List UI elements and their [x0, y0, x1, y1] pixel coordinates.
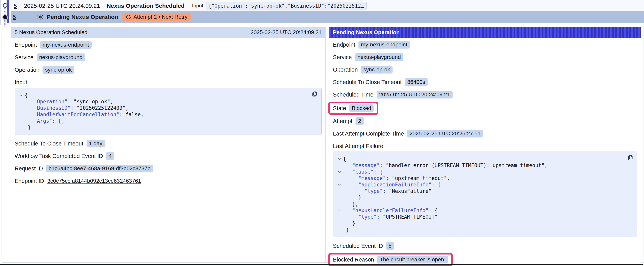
field-label: Endpoint ID [14, 178, 44, 184]
field-value-chip: sync-op-ok [42, 66, 74, 74]
code-text: "HandlerWaitForCancellation": false, [25, 111, 144, 118]
event-id-link[interactable]: 5 [14, 3, 17, 9]
code-line: "type": "UPSTREAM_TIMEOUT" [336, 214, 634, 220]
code-gutter [336, 227, 343, 233]
panel-title: 5 Nexus Operation Scheduled [14, 29, 88, 36]
timeline-open-circle-icon [3, 3, 8, 8]
panel-timestamp: 2025-02-25 UTC 20:24:09.21 [251, 29, 322, 36]
field-endpoint: Endpointmy-nexus-endpoint [14, 41, 322, 49]
field-operation: Operationsync-op-ok [333, 66, 637, 74]
code-text: "BusinessID": "20250225122409", [25, 105, 128, 111]
field-label: Service [14, 54, 34, 61]
field-value-chip: nexus-playground [37, 54, 85, 61]
code-gutter [336, 188, 343, 194]
code-gutter [336, 194, 343, 201]
field-scheduled-time: Scheduled Time2025-02-25 UTC 20:24:09.21 [333, 91, 637, 99]
panel-header-scheduled: 5 Nexus Operation Scheduled 2025-02-25 U… [11, 27, 325, 38]
code-line: { [336, 156, 634, 162]
code-gutter [17, 105, 25, 111]
timeline-active-bar [7, 1, 9, 23]
event-row-pending-nexus-operation[interactable]: 5 Pending Nexus Operation Attempt 2 • Ne… [11, 11, 644, 23]
field-scheduled-event-id: Scheduled Event ID5 [333, 242, 637, 250]
copy-icon [627, 154, 634, 161]
field-service: Servicenexus-playground [14, 54, 322, 61]
input-label: Input [192, 3, 203, 9]
code-text: "type": "NexusFailure" [343, 188, 432, 194]
field-value-chip: 5 [386, 242, 394, 250]
event-id-link[interactable]: 5 [13, 14, 16, 20]
field-label: Last Attempt Failure [333, 142, 637, 150]
field-label: State [333, 105, 346, 112]
field-label: Scheduled Time [333, 92, 374, 98]
copy-button[interactable] [626, 154, 634, 162]
code-gutter [336, 201, 343, 207]
code-text: { [25, 92, 28, 99]
field-label: Workflow Task Completed Event ID [14, 153, 103, 159]
field-value-chip: 1 day [86, 140, 105, 147]
code-text: } [343, 194, 361, 201]
field-value-chip: my-nexus-endpoint [358, 41, 410, 49]
code-gutter [336, 162, 343, 169]
collapse-chevron-icon[interactable] [336, 182, 343, 188]
code-text: "nexusHandlerFailureInfo": { [343, 207, 438, 214]
field-label: Schedule To Close Timeout [14, 140, 84, 147]
code-line: } [336, 227, 634, 233]
field-label: Blocked Reason [333, 256, 374, 263]
code-line: "message": "upstream timeout", [336, 175, 634, 182]
copy-button[interactable] [311, 90, 318, 99]
code-text: }, [343, 201, 358, 207]
code-line: "message": "handler error (UPSTREAM_TIME… [336, 162, 634, 169]
code-text: "Args": [] [25, 118, 64, 124]
field-label: Last Attempt Complete Time [333, 130, 404, 137]
json-code-viewer: { "message": "handler error (UPSTREAM_TI… [333, 152, 637, 237]
code-line: } [17, 124, 318, 131]
field-value-chip: 4 [106, 152, 114, 160]
code-gutter [17, 124, 25, 131]
collapse-chevron-icon[interactable] [336, 169, 343, 175]
retry-icon [126, 14, 131, 20]
code-line: } [336, 194, 634, 201]
field-value-chip: 2025-02-25 UTC 20:24:09.21 [376, 91, 452, 99]
field-value-chip: The circuit breaker is open. [377, 256, 448, 263]
field-label: Endpoint [14, 42, 37, 48]
field-value-chip: 2 [356, 117, 364, 125]
event-row-nexus-operation-scheduled[interactable]: 5 2025-02-25 UTC 20:24:09.21 Nexus Opera… [11, 1, 644, 11]
field-schedule-to-close-timeout: Schedule To Close Timeout1 day [14, 140, 322, 147]
code-line: "BusinessID": "20250225122409", [17, 105, 318, 111]
code-text: } [343, 220, 355, 227]
field-endpoint: Endpointmy-nexus-endpoint [333, 41, 637, 49]
code-text: "cause": { [343, 169, 383, 175]
field-label: Operation [14, 67, 39, 73]
code-line: } [336, 220, 634, 227]
code-line: }, [336, 201, 634, 207]
field-value-chip: 2025-02-25 UTC 20:25:27.51 [407, 130, 483, 137]
code-field-last-attempt-failure: Last Attempt Failure{ "message": "handle… [333, 142, 637, 237]
scrollbar-gutter[interactable] [643, 23, 644, 266]
collapse-chevron-icon[interactable] [336, 207, 343, 214]
field-attempt: Attempt2 [333, 117, 637, 125]
field-value-chip: 86400s [405, 78, 428, 86]
code-text: "type": "UPSTREAM_TIMEOUT" [343, 214, 438, 220]
code-text: } [25, 124, 31, 131]
input-preview-chip[interactable]: {"Operation":"sync-op-ok","BusinessID":"… [206, 2, 367, 10]
retry-status-badge: Attempt 2 • Next Retry [122, 13, 190, 21]
code-line: "Operation": "sync-op-ok", [17, 99, 318, 105]
code-field-input: Input{ "Operation": "sync-op-ok", "Busin… [14, 78, 322, 135]
collapse-chevron-icon[interactable] [336, 156, 343, 162]
code-gutter [17, 111, 25, 118]
field-label: Service [333, 54, 352, 61]
panel-body: Endpointmy-nexus-endpointServicenexus-pl… [11, 38, 325, 193]
timeline-filled-circle-icon [3, 15, 7, 19]
field-schedule-to-close-timeout: Schedule To Close Timeout86400s [333, 78, 637, 86]
code-text: "message": "upstream timeout", [343, 175, 450, 182]
collapse-chevron-icon[interactable] [17, 92, 25, 99]
field-value-chip: Blocked [349, 104, 374, 112]
field-label: Schedule To Close Timeout [333, 79, 402, 85]
event-detail-panel-pending: Pending Nexus Operation Endpointmy-nexus… [329, 27, 641, 266]
field-label: Scheduled Event ID [333, 243, 383, 249]
field-value-link[interactable]: 3c0c75ccfa8144b092c13ce632463761 [47, 178, 141, 184]
code-line: "Args": [] [17, 118, 318, 124]
code-text: } [343, 227, 349, 233]
field-value-chip: sync-op-ok [361, 66, 392, 74]
field-value-chip: my-nexus-endpoint [40, 41, 92, 49]
